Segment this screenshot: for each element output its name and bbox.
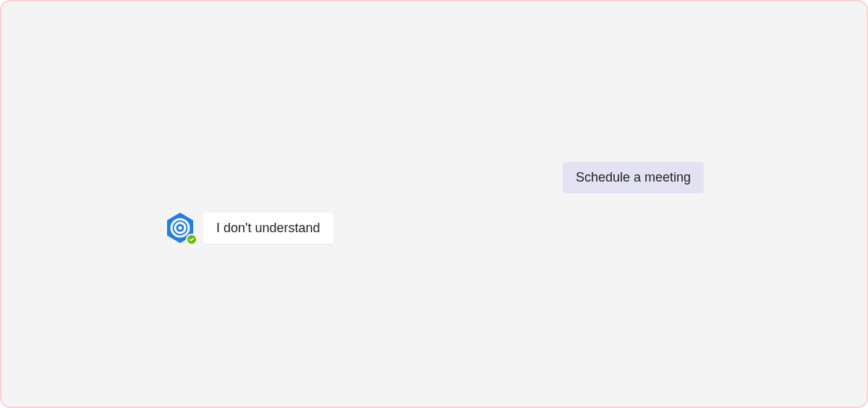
- bot-message-bubble[interactable]: I don't understand: [203, 213, 333, 244]
- svg-point-3: [179, 226, 182, 230]
- user-message-text: Schedule a meeting: [576, 170, 691, 184]
- chat-preview-frame: Schedule a meeting I don't understand: [0, 0, 868, 408]
- user-message-row: Schedule a meeting: [563, 162, 704, 193]
- bot-message-row: I don't understand: [164, 212, 333, 244]
- bot-message-text: I don't understand: [216, 221, 320, 235]
- presence-available-badge: [186, 234, 197, 245]
- chat-area: Schedule a meeting I don't understand: [164, 23, 704, 385]
- bot-avatar[interactable]: [164, 212, 196, 244]
- checkmark-icon: [189, 237, 195, 242]
- user-message-bubble[interactable]: Schedule a meeting: [563, 162, 704, 193]
